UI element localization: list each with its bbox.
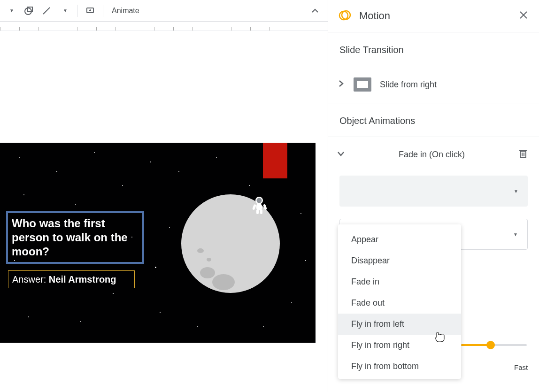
menu-item-appear[interactable]: Appear	[338, 229, 461, 250]
object-animations-section: Object Animations	[328, 103, 539, 137]
animation-row[interactable]: Fade in (On click)	[328, 137, 539, 171]
toolbar-separator	[77, 5, 77, 17]
svg-rect-11	[256, 209, 259, 214]
svg-rect-10	[263, 204, 267, 210]
menu-item-fly-in-from-bottom[interactable]: Fly in from bottom	[338, 356, 461, 377]
svg-rect-8	[256, 204, 262, 210]
slider-knob[interactable]	[486, 341, 495, 349]
line-button[interactable]	[38, 3, 54, 19]
menu-item-fade-out[interactable]: Fade out	[338, 292, 461, 314]
speed-slider[interactable]	[461, 344, 527, 346]
question-textbox[interactable]: Who was the first person to walk on the …	[6, 211, 144, 264]
comment-button[interactable]	[82, 3, 98, 19]
speed-fast-label: Fast	[514, 363, 528, 371]
shape-button[interactable]	[21, 3, 37, 19]
object-animations-title: Object Animations	[339, 115, 528, 126]
transition-label: Slide from right	[380, 80, 437, 90]
menu-item-fade-in[interactable]: Fade in	[338, 271, 461, 292]
animate-button[interactable]: Animate	[108, 7, 143, 15]
animation-type-dropdown[interactable]: ▼	[339, 176, 528, 207]
slide-canvas-area: Who was the first person to walk on the …	[0, 31, 328, 392]
motion-icon	[339, 8, 352, 23]
answer-textbox[interactable]: Answer: Neil Armstrong	[8, 270, 135, 288]
menu-item-disappear[interactable]: Disappear	[338, 250, 461, 271]
chevron-down-icon: ▼	[513, 232, 518, 237]
pointer-cursor-icon	[434, 331, 445, 345]
answer-text: Answer: Neil Armstrong	[12, 274, 116, 285]
svg-rect-12	[260, 209, 262, 214]
slide-transition-title: Slide Transition	[339, 45, 528, 55]
panel-header: Motion	[328, 0, 539, 32]
toolbar-separator-2	[103, 5, 103, 17]
chevron-down-icon	[337, 149, 345, 160]
chevron-right-icon	[337, 79, 345, 90]
astronaut-image[interactable]	[252, 196, 268, 215]
question-text: Who was the first person to walk on the …	[12, 216, 139, 259]
dropdown-caret-1[interactable]: ▼	[3, 3, 19, 19]
svg-point-7	[257, 198, 262, 203]
delete-animation-button[interactable]	[518, 148, 528, 161]
animation-label: Fade in (On click)	[354, 150, 510, 160]
slide-icon	[354, 77, 371, 92]
svg-rect-17	[520, 151, 526, 158]
slide-transition-section: Slide Transition	[328, 32, 539, 66]
svg-line-2	[43, 8, 50, 14]
chevron-down-icon: ▼	[514, 189, 518, 194]
transition-row[interactable]: Slide from right	[328, 66, 539, 103]
svg-rect-9	[252, 204, 256, 210]
close-panel-button[interactable]	[519, 11, 528, 22]
collapse-toolbar-button[interactable]	[311, 7, 319, 17]
slide[interactable]: Who was the first person to walk on the …	[0, 143, 316, 343]
animation-type-menu: Appear Disappear Fade in Fade out Fly in…	[338, 224, 461, 379]
panel-title: Motion	[359, 10, 512, 22]
dropdown-caret-2[interactable]: ▼	[56, 3, 72, 19]
red-rectangle[interactable]	[263, 143, 287, 178]
